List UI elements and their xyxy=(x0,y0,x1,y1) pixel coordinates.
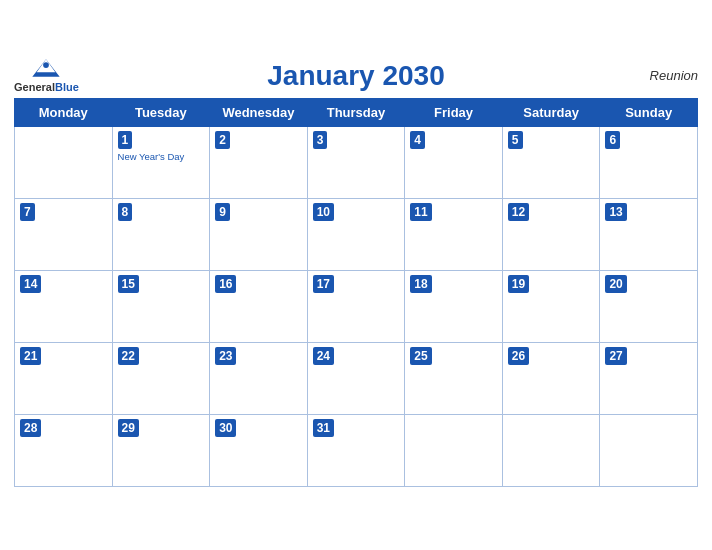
day-cell: 25 xyxy=(405,342,503,414)
day-cell: 15 xyxy=(112,270,210,342)
day-cell: 4 xyxy=(405,126,503,198)
day-cell: 21 xyxy=(15,342,113,414)
day-cell: 14 xyxy=(15,270,113,342)
day-number: 5 xyxy=(508,131,523,150)
week-row-1: 1New Year's Day23456 xyxy=(15,126,698,198)
day-cell: 11 xyxy=(405,198,503,270)
day-cell: 31 xyxy=(307,414,405,486)
logo-text: GeneralBlue xyxy=(14,81,79,94)
day-number: 3 xyxy=(313,131,328,150)
day-cell: 12 xyxy=(502,198,600,270)
day-number: 19 xyxy=(508,275,529,294)
day-cell xyxy=(600,414,698,486)
region-label: Reunion xyxy=(650,68,698,83)
day-cell: 20 xyxy=(600,270,698,342)
day-cell: 9 xyxy=(210,198,308,270)
week-row-3: 14151617181920 xyxy=(15,270,698,342)
holiday-label: New Year's Day xyxy=(118,151,205,162)
day-number: 18 xyxy=(410,275,431,294)
day-number: 22 xyxy=(118,347,139,366)
day-cell: 5 xyxy=(502,126,600,198)
day-number: 21 xyxy=(20,347,41,366)
day-cell: 1New Year's Day xyxy=(112,126,210,198)
day-number: 29 xyxy=(118,419,139,438)
day-cell: 2 xyxy=(210,126,308,198)
col-friday: Friday xyxy=(405,98,503,126)
day-cell: 26 xyxy=(502,342,600,414)
day-cell xyxy=(15,126,113,198)
day-cell: 8 xyxy=(112,198,210,270)
day-cell: 7 xyxy=(15,198,113,270)
day-cell: 3 xyxy=(307,126,405,198)
week-row-2: 78910111213 xyxy=(15,198,698,270)
day-cell: 19 xyxy=(502,270,600,342)
day-cell: 13 xyxy=(600,198,698,270)
calendar-title: January 2030 xyxy=(267,60,444,92)
day-cell: 18 xyxy=(405,270,503,342)
col-monday: Monday xyxy=(15,98,113,126)
col-wednesday: Wednesday xyxy=(210,98,308,126)
day-number: 26 xyxy=(508,347,529,366)
day-number: 2 xyxy=(215,131,230,150)
day-number: 31 xyxy=(313,419,334,438)
day-number: 28 xyxy=(20,419,41,438)
day-number: 1 xyxy=(118,131,133,150)
day-cell: 28 xyxy=(15,414,113,486)
day-cell: 29 xyxy=(112,414,210,486)
day-number: 6 xyxy=(605,131,620,150)
day-cell: 22 xyxy=(112,342,210,414)
svg-point-3 xyxy=(44,63,50,69)
day-number: 20 xyxy=(605,275,626,294)
day-cell xyxy=(502,414,600,486)
day-number: 24 xyxy=(313,347,334,366)
logo-icon xyxy=(28,56,64,80)
week-row-5: 28293031 xyxy=(15,414,698,486)
day-number: 15 xyxy=(118,275,139,294)
day-number: 14 xyxy=(20,275,41,294)
day-cell: 23 xyxy=(210,342,308,414)
calendar-header: GeneralBlue January 2030 Reunion xyxy=(14,60,698,92)
week-row-4: 21222324252627 xyxy=(15,342,698,414)
day-cell: 24 xyxy=(307,342,405,414)
calendar-wrapper: GeneralBlue January 2030 Reunion Monday … xyxy=(0,50,712,501)
day-number: 4 xyxy=(410,131,425,150)
calendar-body: 1New Year's Day2345678910111213141516171… xyxy=(15,126,698,486)
day-cell: 16 xyxy=(210,270,308,342)
calendar-table: Monday Tuesday Wednesday Thursday Friday… xyxy=(14,98,698,487)
day-number: 16 xyxy=(215,275,236,294)
day-cell xyxy=(405,414,503,486)
day-number: 27 xyxy=(605,347,626,366)
logo: GeneralBlue xyxy=(14,56,79,94)
day-cell: 30 xyxy=(210,414,308,486)
day-cell: 27 xyxy=(600,342,698,414)
day-number: 9 xyxy=(215,203,230,222)
day-number: 12 xyxy=(508,203,529,222)
day-number: 13 xyxy=(605,203,626,222)
day-cell: 6 xyxy=(600,126,698,198)
day-number: 17 xyxy=(313,275,334,294)
day-number: 10 xyxy=(313,203,334,222)
day-number: 23 xyxy=(215,347,236,366)
day-cell: 17 xyxy=(307,270,405,342)
day-number: 8 xyxy=(118,203,133,222)
day-number: 7 xyxy=(20,203,35,222)
day-number: 25 xyxy=(410,347,431,366)
weekday-header-row: Monday Tuesday Wednesday Thursday Friday… xyxy=(15,98,698,126)
day-cell: 10 xyxy=(307,198,405,270)
col-tuesday: Tuesday xyxy=(112,98,210,126)
day-number: 30 xyxy=(215,419,236,438)
col-saturday: Saturday xyxy=(502,98,600,126)
col-thursday: Thursday xyxy=(307,98,405,126)
day-number: 11 xyxy=(410,203,431,222)
col-sunday: Sunday xyxy=(600,98,698,126)
